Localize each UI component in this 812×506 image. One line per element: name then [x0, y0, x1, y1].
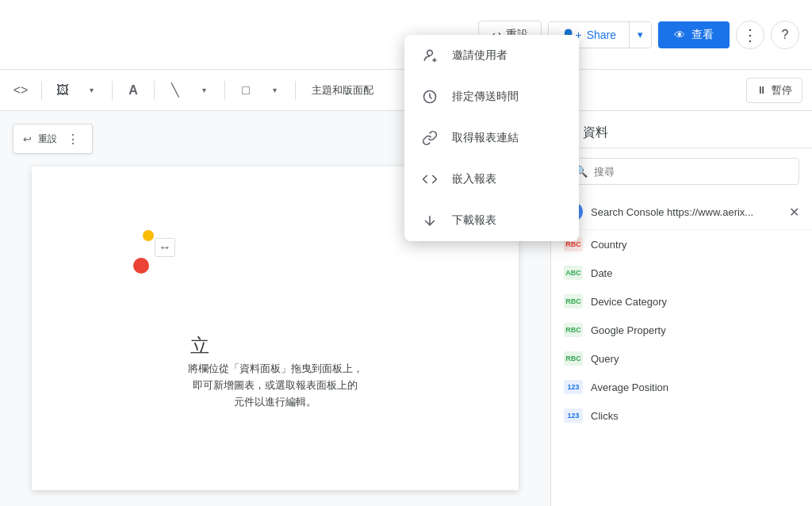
search-box: 🔍	[564, 158, 799, 185]
data-panel-title: 資料	[583, 125, 799, 141]
fields-list: RBC Country ABC Date RBC Device Category…	[551, 230, 812, 430]
field-icon-clicks: 123	[564, 408, 583, 423]
dropdown-menu: 邀請使用者 排定傳送時間 取得報表連結 嵌入報表 下載報表	[404, 35, 579, 241]
field-icon-device_category: RBC	[564, 294, 583, 309]
field-name-country: Country	[591, 239, 627, 251]
field-name-date: Date	[591, 267, 612, 279]
dropdown-item-invite[interactable]: 邀請使用者	[404, 35, 579, 76]
help-button[interactable]: ?	[771, 21, 799, 49]
toolbar-separator-4	[224, 81, 225, 100]
field-name-clicks: Clicks	[591, 410, 619, 422]
toolbar-separator-2	[112, 81, 113, 100]
shape-icon[interactable]: □	[235, 79, 257, 102]
slide-instructions: 將欄位從「資料面板」拖曳到面板上， 即可新增圖表，或選取報表面板上的 元件以進行…	[79, 361, 471, 410]
field-name-average_position: Average Position	[591, 381, 668, 393]
share-dropdown-button[interactable]: ▾	[630, 22, 651, 47]
field-item-clicks[interactable]: 123 Clicks	[551, 401, 812, 430]
field-item-query[interactable]: RBC Query	[551, 344, 812, 373]
slide-big-label: 立	[190, 333, 209, 358]
question-mark-icon: ?	[782, 28, 789, 42]
dropdown-item-label-schedule: 排定傳送時間	[452, 90, 519, 104]
text-icon[interactable]: A	[122, 79, 144, 102]
red-indicator-dot	[133, 258, 149, 274]
vertical-dots-icon: ⋮	[742, 25, 758, 44]
dropdown-item-label-embed: 嵌入報表	[452, 172, 496, 186]
undo-icon-mini: ↩	[23, 133, 32, 145]
search-input[interactable]	[594, 166, 789, 178]
toolbar-separator-1	[41, 81, 42, 100]
line-icon[interactable]: ╲	[164, 79, 186, 102]
dropdown-item-link[interactable]: 取得報表連結	[404, 117, 579, 159]
pause-bars-icon: ⏸	[756, 84, 767, 96]
toolbar-separator-3	[154, 81, 155, 100]
chevron-down-icon: ▾	[638, 29, 643, 40]
field-icon-date: ABC	[564, 266, 583, 280]
field-item-google_property[interactable]: RBC Google Property	[551, 316, 812, 344]
toolbar-right-section: ⏸ 暫停	[746, 78, 802, 103]
field-icon-query: RBC	[564, 351, 583, 366]
field-item-date[interactable]: ABC Date	[551, 259, 812, 287]
data-panel: ☰ 資料 🔍 SC Search Console https://www.aer…	[550, 111, 812, 506]
schedule-icon	[420, 87, 439, 106]
embed-icon	[420, 170, 439, 189]
theme-label: 主題和版面配	[312, 83, 373, 98]
pause-button[interactable]: ⏸ 暫停	[746, 78, 802, 103]
invite-icon	[420, 46, 439, 65]
shape-dropdown-icon[interactable]: ▾	[263, 79, 285, 102]
chart-resize-icon: ↔	[155, 238, 175, 257]
field-name-query: Query	[591, 353, 619, 365]
dots-icon-mini: ⋮	[67, 132, 79, 147]
dropdown-item-embed[interactable]: 嵌入報表	[404, 159, 579, 200]
mini-more-button[interactable]: ⋮	[63, 129, 82, 148]
field-item-country[interactable]: RBC Country	[551, 230, 812, 259]
dropdown-arrow-icon[interactable]: ▾	[80, 79, 102, 102]
line-dropdown-icon[interactable]: ▾	[193, 79, 215, 102]
more-options-button[interactable]: ⋮	[736, 21, 764, 49]
dropdown-item-label-invite: 邀請使用者	[452, 48, 508, 63]
toolbar-separator-5	[295, 81, 296, 100]
eye-icon: 👁	[674, 29, 685, 41]
svg-point-0	[427, 50, 433, 56]
reset-label-mini: 重設	[38, 132, 57, 146]
pause-label: 暫停	[772, 83, 792, 98]
image-insert-icon[interactable]: 🖼	[52, 79, 74, 102]
link-icon	[420, 128, 439, 148]
data-source-item[interactable]: SC Search Console https://www.aerix... ✕	[551, 194, 812, 230]
field-item-average_position[interactable]: 123 Average Position	[551, 373, 812, 401]
field-name-device_category: Device Category	[591, 296, 667, 308]
dropdown-item-download[interactable]: 下載報表	[404, 200, 579, 241]
field-name-google_property: Google Property	[591, 324, 666, 336]
data-source-close-button[interactable]: ✕	[789, 205, 799, 220]
share-label: Share	[587, 29, 616, 41]
field-icon-google_property: RBC	[564, 323, 583, 337]
field-item-device_category[interactable]: RBC Device Category	[551, 287, 812, 316]
dropdown-item-label-link: 取得報表連結	[452, 131, 519, 145]
view-button[interactable]: 👁 查看	[658, 21, 730, 48]
field-icon-average_position: 123	[564, 380, 583, 394]
dropdown-item-label-download: 下載報表	[452, 213, 496, 228]
dropdown-item-schedule[interactable]: 排定傳送時間	[404, 76, 579, 117]
data-panel-header: ☰ 資料	[551, 111, 812, 148]
mini-toolbar: ↩ 重設 ⋮	[13, 124, 93, 154]
orange-indicator-dot	[143, 230, 154, 241]
view-label: 查看	[691, 28, 714, 42]
data-panel-scroll[interactable]: 🔍 SC Search Console https://www.aerix...…	[551, 148, 812, 506]
code-icon[interactable]: <>	[10, 79, 32, 102]
data-source-name: Search Console https://www.aerix...	[591, 206, 781, 218]
download-icon	[420, 211, 439, 230]
